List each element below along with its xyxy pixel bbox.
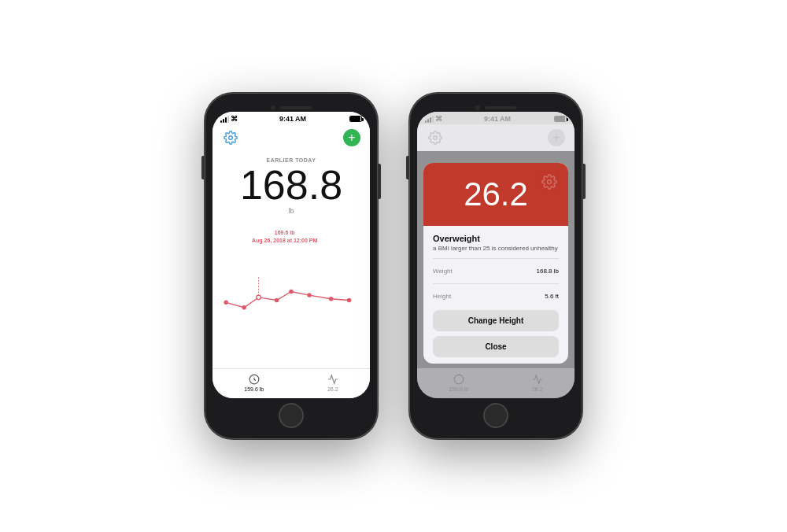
bmi-header: 26.2	[423, 163, 568, 226]
chart-tooltip: 169.6 lb Aug 26, 2018 at 12:00 PM	[252, 229, 317, 245]
bmi-category: Overweight	[433, 234, 559, 243]
phone-top-2	[417, 101, 575, 112]
svg-point-7	[329, 297, 334, 301]
weight-unit: lb	[288, 207, 294, 215]
front-camera-1	[271, 105, 275, 110]
phone-screen-1: ⌘ 9:41 AM +	[212, 112, 370, 398]
phone-screen-2: ⌘ 9:41 AM +	[417, 112, 575, 398]
bmi-value: 26.2	[464, 175, 528, 213]
svg-point-8	[347, 298, 352, 303]
phone-1: ⌘ 9:41 AM +	[205, 93, 378, 439]
modal-overlay: 26.2 Overweight a BMI larger than 25 is …	[417, 151, 575, 398]
status-right-1	[348, 116, 362, 122]
phone-2: ⌘ 9:41 AM +	[409, 93, 582, 439]
svg-point-11	[434, 136, 438, 140]
scene: ⌘ 9:41 AM +	[205, 93, 582, 439]
bmi-description: a BMI larger than 25 is considered unhea…	[433, 245, 559, 252]
modal-body: Overweight a BMI larger than 25 is consi…	[423, 226, 568, 364]
phone-top-1	[212, 101, 370, 112]
tab-bar-1: 159.6 lb 26.2	[212, 368, 370, 398]
status-left-2: ⌘	[425, 115, 442, 123]
signal-icon-2	[425, 116, 434, 123]
svg-point-12	[548, 180, 552, 184]
height-label: Height	[433, 293, 451, 300]
status-right-2	[552, 116, 567, 122]
divider-1	[433, 258, 559, 259]
speaker-1	[280, 106, 312, 109]
battery-icon-1	[349, 116, 362, 122]
weight-row: Weight 168.8 lb	[433, 265, 559, 277]
settings-button-1[interactable]	[222, 129, 239, 146]
svg-point-0	[229, 136, 233, 140]
app-content-1: EARLIER TODAY 168.8 lb 169.6 lb Aug 26, …	[212, 151, 370, 368]
divider-2	[433, 283, 559, 284]
status-time-1: 9:41 AM	[279, 115, 306, 123]
weight-display: 168.8	[240, 164, 342, 205]
svg-point-5	[289, 290, 294, 294]
status-bar-2: ⌘ 9:41 AM	[417, 112, 575, 124]
battery-icon-2	[554, 116, 567, 122]
weight-label: Weight	[433, 268, 453, 275]
phone-bottom-2	[417, 398, 575, 431]
close-button[interactable]: Close	[433, 336, 559, 357]
wifi-icon-1: ⌘	[231, 115, 238, 123]
app-header-1: +	[212, 124, 370, 151]
home-button-2[interactable]	[483, 403, 508, 428]
home-button-1[interactable]	[279, 403, 304, 428]
front-camera-2	[475, 105, 480, 110]
signal-icon-1	[220, 116, 229, 123]
svg-point-6	[307, 293, 312, 297]
tab-weight-2: 159.6 lb	[449, 374, 468, 392]
change-height-button[interactable]: Change Height	[433, 310, 559, 331]
svg-point-1	[224, 301, 228, 305]
height-row: Height 5.6 ft	[433, 290, 559, 302]
weight-value: 168.8 lb	[537, 268, 559, 275]
tab-bar-2: 159.6 lb 26.2	[417, 368, 575, 398]
svg-point-2	[242, 305, 246, 310]
phone-bottom-1	[212, 398, 370, 431]
bmi-modal: 26.2 Overweight a BMI larger than 25 is …	[423, 163, 568, 364]
settings-button-2	[427, 129, 444, 146]
speaker-2	[485, 106, 516, 109]
modal-spacer	[417, 151, 575, 163]
tab-bmi-2: 26.2	[532, 374, 543, 392]
app-header-2: +	[417, 124, 575, 151]
tab-weight-1[interactable]: 159.6 lb	[244, 374, 264, 392]
status-bar-1: ⌘ 9:41 AM	[212, 112, 370, 124]
svg-point-4	[275, 298, 279, 303]
bmi-gear-icon	[541, 174, 557, 193]
add-button-1[interactable]: +	[343, 129, 360, 146]
chart-area-1: 169.6 lb Aug 26, 2018 at 12:00 PM	[212, 215, 370, 368]
tab-bmi-1[interactable]: 26.2	[327, 374, 338, 392]
svg-point-13	[454, 375, 464, 384]
status-left-1: ⌘	[220, 115, 238, 123]
status-time-2: 9:41 AM	[484, 115, 511, 123]
height-value: 5.6 ft	[545, 293, 559, 300]
